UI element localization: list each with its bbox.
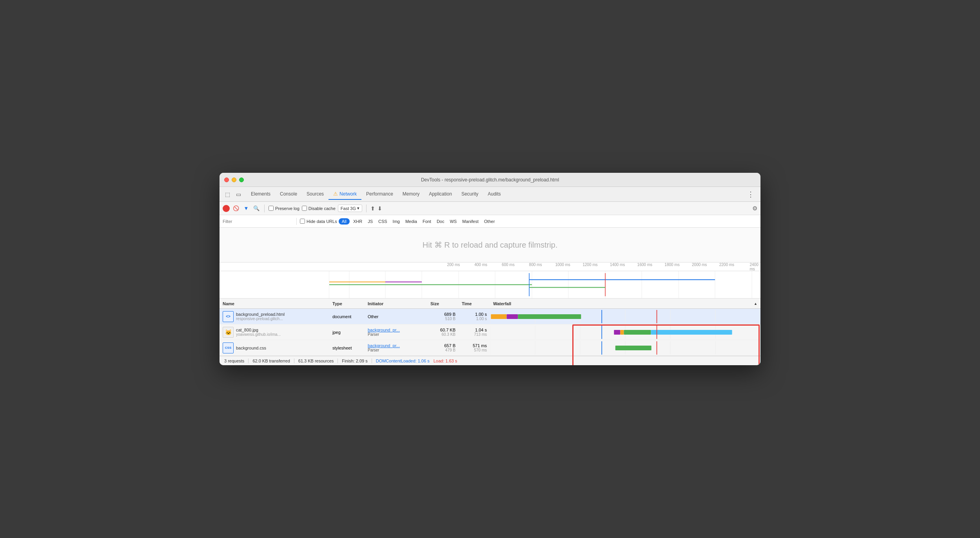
row1-name-wrap: background_preload.html responsive-prelo… xyxy=(236,312,285,321)
search-icon[interactable]: 🔍 xyxy=(252,205,260,212)
chevron-down-icon: ▾ xyxy=(357,206,359,211)
timeline-mark-1000: 1000 ms xyxy=(555,263,570,267)
filter-other-button[interactable]: Other xyxy=(482,218,497,225)
tabs: Elements Console Sources ⚠ Network Perfo… xyxy=(246,188,744,200)
timeline-mark-1600: 1600 ms xyxy=(637,263,652,267)
minimize-button[interactable] xyxy=(232,178,236,182)
row1-type: document xyxy=(329,309,365,324)
timeline-mark-200: 200 ms xyxy=(447,263,460,267)
filter-input[interactable] xyxy=(223,219,293,224)
row3-filename: background.css xyxy=(236,346,266,350)
tab-performance[interactable]: Performance xyxy=(361,189,398,200)
row1-size: 689 B 510 B xyxy=(427,309,459,324)
tab-security[interactable]: Security xyxy=(457,189,483,200)
hide-data-urls-checkbox[interactable]: Hide data URLs xyxy=(300,219,337,224)
row1-waterfall-svg xyxy=(490,310,760,323)
filter-separator xyxy=(296,218,297,225)
header-time[interactable]: Time xyxy=(459,300,490,308)
network-toolbar: 🚫 ▼ 🔍 Preserve log Disable cache Fast 3G… xyxy=(220,202,760,215)
timeline-mark-1400: 1400 ms xyxy=(610,263,625,267)
row2-initiator: background_pr... Parser xyxy=(365,324,427,340)
import-har-icon[interactable]: ⬆ xyxy=(370,205,375,212)
filter-css-button[interactable]: CSS xyxy=(376,218,389,225)
timeline-mark-2400: 2400 ms xyxy=(750,263,758,271)
preserve-log-input[interactable] xyxy=(269,206,274,211)
timeline-svg xyxy=(329,271,760,298)
tab-network[interactable]: ⚠ Network xyxy=(328,188,361,200)
svg-rect-37 xyxy=(620,330,624,335)
tab-application[interactable]: Application xyxy=(424,189,457,200)
filter-xhr-button[interactable]: XHR xyxy=(351,218,364,225)
timeline-chart xyxy=(220,271,760,299)
table-header: Name Type Initiator Size Time Waterfall … xyxy=(220,299,760,309)
row2-name-wrap: cat_800.jpg yoavweiss.github.io/ima... xyxy=(236,328,281,337)
timeline-header: 200 ms 400 ms 600 ms 800 ms 1000 ms 1200… xyxy=(220,263,760,271)
status-load: Load: 1.63 s xyxy=(434,359,457,363)
tab-audits[interactable]: Audits xyxy=(483,189,505,200)
row3-name-cell: CSS background.css xyxy=(220,340,329,355)
header-type[interactable]: Type xyxy=(329,300,365,308)
tab-elements[interactable]: Elements xyxy=(246,189,275,200)
maximize-button[interactable] xyxy=(239,178,244,182)
more-tabs-button[interactable]: ⋮ xyxy=(744,190,757,199)
table-body: <> background_preload.html responsive-pr… xyxy=(220,309,760,356)
row2-time: 1.04 s 713 ms xyxy=(459,324,490,340)
row1-initiator: Other xyxy=(365,309,427,324)
tabbar: ⬚ ▭ Elements Console Sources ⚠ Network P… xyxy=(220,187,760,202)
status-domcontent: DOMContentLoaded: 1.06 s xyxy=(376,359,430,363)
export-har-icon[interactable]: ⬇ xyxy=(377,205,382,212)
table-row[interactable]: <> background_preload.html responsive-pr… xyxy=(220,309,760,324)
sort-waterfall-icon[interactable]: ▲ xyxy=(754,302,757,306)
filter-all-button[interactable]: All xyxy=(339,218,350,225)
timeline-mark-2000: 2000 ms xyxy=(692,263,707,267)
row3-type: stylesheet xyxy=(329,340,365,355)
row1-file-icon: <> xyxy=(223,311,234,322)
svg-rect-36 xyxy=(614,330,620,335)
filter-media-button[interactable]: Media xyxy=(403,218,419,225)
row1-fileurl: responsive-preload.glitch... xyxy=(236,317,285,321)
timeline-mark-400: 400 ms xyxy=(474,263,487,267)
filter-js-button[interactable]: JS xyxy=(366,218,375,225)
record-button[interactable] xyxy=(223,205,230,212)
disable-cache-checkbox[interactable]: Disable cache xyxy=(302,206,336,211)
filter-ws-button[interactable]: WS xyxy=(448,218,459,225)
tab-sources[interactable]: Sources xyxy=(302,189,328,200)
tab-console[interactable]: Console xyxy=(275,189,302,200)
row2-fileurl: yoavweiss.github.io/ima... xyxy=(236,332,281,337)
filter-img-button[interactable]: Img xyxy=(391,218,402,225)
tab-memory[interactable]: Memory xyxy=(398,189,424,200)
close-button[interactable] xyxy=(224,178,229,182)
status-requests: 3 requests xyxy=(224,359,249,363)
timeline-chart-area xyxy=(329,271,760,298)
header-waterfall[interactable]: Waterfall ▲ xyxy=(490,300,760,308)
row2-size: 60.7 KB 60.3 KB xyxy=(427,324,459,340)
devtools-toolbar-icons: ⬚ ▭ xyxy=(223,190,243,199)
filter-manifest-button[interactable]: Manifest xyxy=(460,218,481,225)
table-row[interactable]: CSS background.css stylesheet background… xyxy=(220,340,760,356)
filter-icon[interactable]: ▼ xyxy=(242,205,250,212)
inspect-icon[interactable]: ⬚ xyxy=(223,190,232,199)
toolbar-separator-2 xyxy=(366,205,367,212)
header-size[interactable]: Size xyxy=(427,300,459,308)
header-initiator[interactable]: Initiator xyxy=(365,300,427,308)
status-resources: 61.3 KB resources xyxy=(294,359,338,363)
svg-rect-27 xyxy=(518,314,581,319)
status-finish: Finish: 2.09 s xyxy=(338,359,372,363)
row2-type: jpeg xyxy=(329,324,365,340)
filter-doc-button[interactable]: Doc xyxy=(435,218,446,225)
timeline-left-spacer xyxy=(220,271,329,298)
preserve-log-checkbox[interactable]: Preserve log xyxy=(269,206,299,211)
filter-font-button[interactable]: Font xyxy=(421,218,433,225)
row3-time: 571 ms 570 ms xyxy=(459,340,490,355)
disable-cache-input[interactable] xyxy=(302,206,307,211)
timeline-mark-1800: 1800 ms xyxy=(664,263,679,267)
settings-icon[interactable]: ⚙ xyxy=(752,205,757,212)
throttle-select[interactable]: Fast 3G ▾ xyxy=(338,205,362,212)
filter-bar: Hide data URLs All XHR JS CSS Img Media … xyxy=(220,215,760,228)
table-row[interactable]: 🐱 cat_800.jpg yoavweiss.github.io/ima...… xyxy=(220,324,760,340)
header-name[interactable]: Name xyxy=(220,300,329,308)
row3-name-wrap: background.css xyxy=(236,346,266,350)
clear-button[interactable]: 🚫 xyxy=(232,205,240,212)
device-toolbar-icon[interactable]: ▭ xyxy=(234,190,243,199)
hide-data-urls-input[interactable] xyxy=(300,219,305,224)
